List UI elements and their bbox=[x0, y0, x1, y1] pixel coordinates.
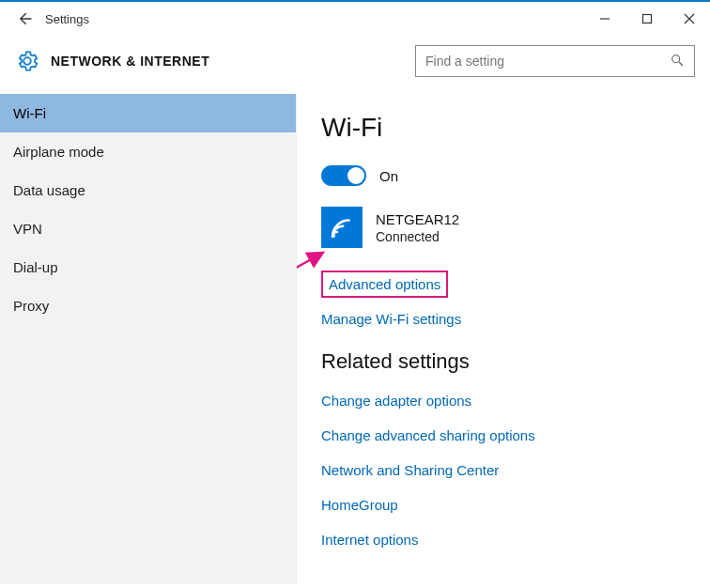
network-status: Connected bbox=[376, 229, 459, 244]
sidebar-item-label: Proxy bbox=[13, 298, 49, 314]
svg-point-4 bbox=[332, 234, 335, 238]
link-advanced-options[interactable]: Advanced options bbox=[321, 271, 448, 298]
minimize-button[interactable] bbox=[583, 2, 625, 36]
body: Wi-Fi Airplane mode Data usage VPN Dial-… bbox=[0, 94, 710, 584]
toggle-knob bbox=[347, 167, 364, 184]
arrow-left-icon bbox=[15, 9, 34, 28]
window-title: Settings bbox=[45, 12, 89, 26]
gear-icon bbox=[15, 49, 39, 73]
link-network-sharing-center[interactable]: Network and Sharing Center bbox=[321, 462, 499, 478]
search-input[interactable]: Find a setting bbox=[415, 45, 695, 77]
related-heading: Related settings bbox=[321, 349, 710, 374]
wifi-tile-icon bbox=[321, 207, 363, 248]
window-controls bbox=[583, 2, 710, 36]
sidebar-item-label: VPN bbox=[13, 221, 42, 237]
section-title: NETWORK & INTERNET bbox=[51, 54, 209, 69]
header: NETWORK & INTERNET Find a setting bbox=[0, 36, 710, 94]
link-internet-options[interactable]: Internet options bbox=[321, 532, 418, 548]
svg-line-5 bbox=[297, 253, 323, 315]
svg-point-2 bbox=[672, 54, 680, 62]
wifi-toggle-label: On bbox=[379, 168, 398, 184]
sidebar-item-data-usage[interactable]: Data usage bbox=[0, 171, 296, 209]
sidebar-item-label: Dial-up bbox=[13, 259, 58, 275]
sidebar-item-airplane-mode[interactable]: Airplane mode bbox=[0, 132, 296, 171]
content: Wi-Fi On NETGEAR12 Connected Advanced op… bbox=[297, 94, 710, 584]
sidebar-item-label: Airplane mode bbox=[13, 144, 104, 160]
page-title: Wi-Fi bbox=[321, 113, 710, 143]
close-icon bbox=[684, 13, 695, 24]
current-network[interactable]: NETGEAR12 Connected bbox=[321, 207, 710, 248]
link-manage-wifi[interactable]: Manage Wi-Fi settings bbox=[321, 311, 461, 327]
search-placeholder: Find a setting bbox=[425, 54, 504, 69]
sidebar-item-label: Wi-Fi bbox=[13, 105, 46, 121]
titlebar: Settings bbox=[0, 2, 710, 36]
minimize-icon bbox=[599, 13, 610, 24]
sidebar-item-proxy[interactable]: Proxy bbox=[0, 286, 296, 325]
maximize-button[interactable] bbox=[625, 2, 668, 36]
search-icon bbox=[670, 53, 685, 70]
network-text: NETGEAR12 Connected bbox=[376, 210, 459, 244]
network-name: NETGEAR12 bbox=[376, 210, 459, 229]
link-homegroup[interactable]: HomeGroup bbox=[321, 497, 398, 513]
sidebar-item-dial-up[interactable]: Dial-up bbox=[0, 248, 296, 286]
wifi-toggle[interactable] bbox=[321, 165, 366, 186]
search-container: Find a setting bbox=[415, 45, 695, 77]
wifi-toggle-row: On bbox=[321, 165, 710, 186]
wifi-icon bbox=[328, 213, 356, 241]
svg-line-3 bbox=[679, 62, 683, 66]
maximize-icon bbox=[641, 13, 653, 24]
sidebar-item-wifi[interactable]: Wi-Fi bbox=[0, 94, 296, 132]
svg-rect-1 bbox=[642, 15, 651, 23]
sidebar-item-label: Data usage bbox=[13, 182, 85, 198]
link-change-adapter[interactable]: Change adapter options bbox=[321, 393, 471, 409]
sidebar: Wi-Fi Airplane mode Data usage VPN Dial-… bbox=[0, 94, 297, 584]
link-change-sharing[interactable]: Change advanced sharing options bbox=[321, 427, 535, 443]
back-button[interactable] bbox=[8, 2, 41, 36]
close-button[interactable] bbox=[668, 2, 710, 36]
sidebar-item-vpn[interactable]: VPN bbox=[0, 209, 296, 248]
